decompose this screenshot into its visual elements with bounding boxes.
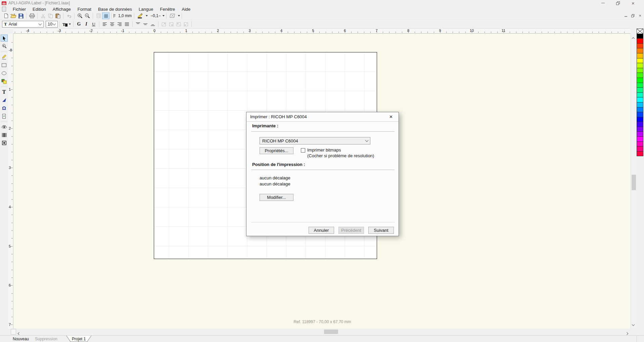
clipart-tool[interactable] bbox=[1, 78, 8, 85]
color-swatch[interactable] bbox=[637, 151, 643, 157]
restore-button[interactable] bbox=[610, 0, 626, 6]
zoom-tool[interactable] bbox=[1, 43, 8, 50]
fill-color-button[interactable] bbox=[168, 12, 177, 19]
frame-tool[interactable] bbox=[1, 139, 8, 146]
horizontal-scroll-thumb[interactable] bbox=[324, 330, 338, 334]
dialog-title-bar[interactable]: Imprimer : RICOH MP C6004 × bbox=[246, 112, 399, 122]
cancel-button[interactable]: Annuler bbox=[309, 227, 334, 234]
zoom-in-button[interactable] bbox=[76, 12, 84, 19]
rotate-text-270-button[interactable] bbox=[182, 21, 190, 28]
vertical-scroll-thumb[interactable] bbox=[632, 175, 636, 190]
bold-button[interactable]: G bbox=[75, 21, 83, 28]
color-swatch-transparent[interactable] bbox=[637, 29, 643, 34]
previous-button[interactable]: Précédent bbox=[338, 227, 364, 234]
color-swatch[interactable] bbox=[637, 127, 643, 132]
align-justify-button[interactable] bbox=[123, 21, 131, 28]
color-swatch[interactable] bbox=[637, 34, 643, 39]
font-color-button[interactable]: T bbox=[61, 21, 72, 28]
cut-button[interactable] bbox=[39, 12, 47, 19]
menu-item-format[interactable]: Format bbox=[74, 7, 95, 12]
menu-item-langue[interactable]: Langue bbox=[135, 7, 156, 12]
color-swatch[interactable] bbox=[637, 97, 643, 102]
rotate-text-90-button[interactable] bbox=[168, 21, 175, 28]
ellipse-tool[interactable] bbox=[1, 70, 8, 77]
barcode-tool[interactable] bbox=[1, 131, 8, 138]
new-document-button[interactable] bbox=[2, 12, 10, 19]
menu-item-aide[interactable]: Aide bbox=[178, 7, 194, 12]
next-button[interactable]: Suivant bbox=[368, 227, 394, 234]
color-swatch[interactable] bbox=[637, 53, 643, 58]
align-right-button[interactable] bbox=[116, 21, 123, 28]
select-tool[interactable] bbox=[1, 35, 8, 42]
scroll-up-icon[interactable] bbox=[632, 36, 634, 41]
valign-bottom-button[interactable] bbox=[149, 21, 156, 28]
tab-suppression[interactable]: Suppression bbox=[35, 337, 57, 341]
color-swatch[interactable] bbox=[637, 83, 643, 88]
color-swatch[interactable] bbox=[637, 68, 643, 73]
valign-middle-button[interactable] bbox=[142, 21, 149, 28]
italic-button[interactable]: I bbox=[83, 21, 90, 28]
save-button[interactable] bbox=[17, 12, 25, 19]
color-swatch[interactable] bbox=[637, 38, 643, 44]
rotate-text-180-button[interactable] bbox=[175, 21, 182, 28]
rotate-text-0-button[interactable] bbox=[160, 21, 168, 28]
bitmap-checkbox-label[interactable]: Imprimer bitmaps bbox=[307, 147, 341, 153]
copy-button[interactable] bbox=[47, 12, 54, 19]
vertical-scrollbar[interactable] bbox=[631, 34, 637, 329]
print-button[interactable] bbox=[28, 12, 36, 19]
close-button[interactable]: × bbox=[626, 0, 641, 6]
color-swatch[interactable] bbox=[637, 92, 643, 98]
menu-item-affichage[interactable]: Affichage bbox=[49, 7, 74, 12]
scroll-down-icon[interactable] bbox=[632, 322, 634, 327]
align-center-button[interactable] bbox=[108, 21, 116, 28]
printer-select[interactable]: RICOH MP C6004 bbox=[260, 137, 370, 144]
zoom-out-button[interactable] bbox=[84, 12, 91, 19]
menu-item-basededonnees[interactable]: Base de données bbox=[95, 7, 135, 12]
color-swatch[interactable] bbox=[637, 102, 643, 108]
color-swatch[interactable] bbox=[637, 43, 643, 49]
scroll-right-icon[interactable] bbox=[626, 331, 628, 336]
pencil-tool[interactable] bbox=[1, 53, 8, 60]
fill-color-dropdown-icon[interactable] bbox=[178, 15, 180, 16]
valign-top-button[interactable] bbox=[134, 21, 142, 28]
title-bar[interactable]: APLI-AGIPA Label - [Fichier1.laax] × bbox=[0, 0, 644, 6]
underline-button[interactable]: U bbox=[90, 21, 97, 28]
color-swatch[interactable] bbox=[637, 141, 643, 147]
color-swatch[interactable] bbox=[637, 73, 643, 78]
color-swatch[interactable] bbox=[637, 136, 643, 142]
color-swatch[interactable] bbox=[637, 112, 643, 117]
scroll-left-icon[interactable] bbox=[18, 331, 20, 336]
undo-button[interactable] bbox=[65, 12, 73, 19]
grid-toggle-button[interactable] bbox=[102, 12, 109, 19]
paste-button[interactable] bbox=[54, 12, 61, 19]
line-width-value[interactable]: −0,1− bbox=[150, 13, 161, 18]
color-swatch[interactable] bbox=[637, 87, 643, 93]
text-tool[interactable]: T bbox=[1, 88, 8, 95]
rectangle-tool[interactable] bbox=[1, 61, 8, 69]
symbol-tool[interactable]: Ω bbox=[1, 104, 8, 112]
color-swatch[interactable] bbox=[637, 48, 643, 53]
color-swatch[interactable] bbox=[637, 78, 643, 83]
minimize-button[interactable] bbox=[595, 0, 610, 6]
color-swatch[interactable] bbox=[637, 122, 643, 127]
color-swatch[interactable] bbox=[637, 146, 643, 152]
font-size-select[interactable]: 10 bbox=[46, 21, 58, 28]
align-left-button[interactable] bbox=[101, 21, 108, 28]
preview-tool[interactable] bbox=[1, 123, 8, 130]
counter-tool[interactable]: # bbox=[1, 113, 8, 120]
menu-item-edition[interactable]: Edition bbox=[29, 7, 49, 12]
page-layout-button[interactable] bbox=[95, 12, 102, 19]
properties-button[interactable]: Propriétés... bbox=[260, 147, 293, 154]
dialog-close-button[interactable]: × bbox=[383, 112, 399, 121]
tab-nouveau[interactable]: Nouveau bbox=[13, 337, 29, 341]
color-swatch[interactable] bbox=[637, 117, 643, 122]
color-swatch[interactable] bbox=[637, 58, 643, 63]
color-swatch[interactable] bbox=[637, 63, 643, 68]
menu-item-fenetre[interactable]: Fenêtre bbox=[157, 7, 179, 12]
line-color-dropdown-icon[interactable] bbox=[146, 15, 148, 16]
grid-spacing-value[interactable]: 1,0 mm bbox=[118, 13, 132, 18]
line-width-dropdown-icon[interactable] bbox=[163, 15, 165, 16]
menu-item-fichier[interactable]: Fichier bbox=[9, 7, 29, 12]
bitmap-checkbox[interactable] bbox=[301, 148, 305, 153]
line-color-button[interactable] bbox=[136, 12, 145, 19]
